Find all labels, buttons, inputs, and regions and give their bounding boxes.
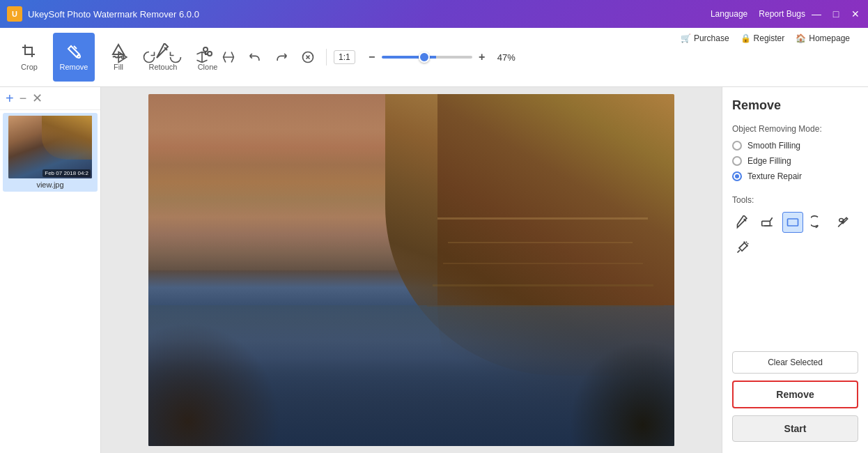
svg-rect-6 bbox=[788, 219, 798, 226]
right-panel: Remove Object Removing Mode: Smooth Fill… bbox=[722, 87, 868, 453]
toolbar-separator bbox=[326, 49, 327, 66]
file-date: Feb 07 2018 04:2 bbox=[42, 169, 91, 177]
clear-selected-button[interactable]: Clear Selected bbox=[732, 351, 858, 374]
flip-h-icon[interactable] bbox=[191, 46, 213, 68]
title-bar-actions: Language Report Bugs bbox=[711, 9, 805, 19]
maximize-button[interactable]: □ bbox=[830, 8, 842, 20]
edge-filling-option[interactable]: Edge Filling bbox=[732, 156, 858, 166]
crop-tool-button[interactable]: Crop bbox=[8, 33, 50, 82]
pencil-tool-icon[interactable] bbox=[732, 212, 753, 233]
editing-tools: 1:1 − + 47% bbox=[111, 46, 522, 68]
rotate-ccw-icon[interactable] bbox=[164, 46, 187, 68]
zoom-area: − + bbox=[365, 50, 489, 64]
edge-filling-label: Edge Filling bbox=[747, 156, 791, 166]
minimize-button[interactable]: — bbox=[811, 8, 822, 20]
texture-repair-radio[interactable] bbox=[732, 171, 742, 181]
window-controls: — □ ✕ bbox=[811, 8, 861, 20]
eraser-tool-icon[interactable] bbox=[757, 212, 778, 233]
edge-filling-radio[interactable] bbox=[732, 156, 742, 166]
brush-tool-icon[interactable] bbox=[832, 212, 853, 233]
close-button[interactable]: ✕ bbox=[850, 8, 861, 20]
start-button[interactable]: Start bbox=[732, 415, 858, 442]
top-toolbar: 🛒 Purchase 🔒 Register 🏠 Homepage Crop Re… bbox=[0, 28, 868, 87]
smooth-filling-radio[interactable] bbox=[732, 141, 742, 151]
homepage-button[interactable]: 🏠 Homepage bbox=[796, 33, 850, 43]
rectangle-tool-icon[interactable] bbox=[782, 212, 803, 233]
file-name-label: view.jpg bbox=[36, 181, 63, 189]
mode-radio-group: Smooth Filling Edge Filling Texture Repa… bbox=[732, 141, 858, 181]
smooth-filling-label: Smooth Filling bbox=[747, 141, 800, 151]
canvas-area[interactable] bbox=[101, 87, 722, 453]
file-panel: + − ✕ Feb 07 2018 04:2 view.jpg bbox=[0, 87, 101, 453]
svg-point-3 bbox=[121, 56, 123, 58]
zoom-in-button[interactable]: + bbox=[475, 50, 489, 64]
redo-icon[interactable] bbox=[270, 46, 293, 68]
close-file-button[interactable]: ✕ bbox=[32, 92, 42, 105]
move-tool-icon[interactable] bbox=[111, 46, 134, 68]
language-button[interactable]: Language bbox=[711, 9, 747, 19]
mode-section-label: Object Removing Mode: bbox=[732, 124, 858, 134]
report-bugs-button[interactable]: Report Bugs bbox=[759, 9, 805, 19]
app-logo: U bbox=[7, 6, 22, 22]
remove-file-button[interactable]: − bbox=[20, 92, 27, 105]
undo-icon[interactable] bbox=[244, 46, 266, 68]
remove-button[interactable]: Remove bbox=[732, 381, 858, 408]
file-thumbnail: Feb 07 2018 04:2 bbox=[8, 116, 92, 178]
app-title: UkeySoft Photo Watermark Remover 6.0.0 bbox=[28, 9, 711, 20]
add-file-button[interactable]: + bbox=[6, 91, 14, 105]
spacer bbox=[732, 269, 858, 351]
canvas-image bbox=[148, 94, 674, 446]
title-bar: U UkeySoft Photo Watermark Remover 6.0.0… bbox=[0, 0, 868, 28]
purchase-bar: 🛒 Purchase 🔒 Register 🏠 Homepage bbox=[681, 33, 850, 43]
zoom-out-button[interactable]: − bbox=[365, 50, 379, 64]
tools-section: Tools: bbox=[732, 195, 858, 258]
file-add-bar: + − ✕ bbox=[0, 87, 100, 110]
tools-row bbox=[732, 212, 858, 258]
purchase-button[interactable]: 🛒 Purchase bbox=[681, 33, 729, 43]
zoom-percent-label: 47% bbox=[497, 52, 522, 63]
tools-section-label: Tools: bbox=[732, 195, 858, 205]
svg-point-0 bbox=[77, 55, 80, 58]
file-list: Feb 07 2018 04:2 view.jpg bbox=[0, 110, 100, 453]
smooth-filling-option[interactable]: Smooth Filling bbox=[732, 141, 858, 151]
register-button[interactable]: 🔒 Register bbox=[741, 33, 785, 43]
rotate-cw-icon[interactable] bbox=[138, 46, 160, 68]
file-item[interactable]: Feb 07 2018 04:2 view.jpg bbox=[3, 113, 98, 192]
zoom-slider[interactable] bbox=[382, 56, 472, 59]
lasso-tool-icon[interactable] bbox=[807, 212, 828, 233]
magic-wand-tool-icon[interactable] bbox=[732, 237, 753, 258]
svg-rect-5 bbox=[762, 221, 770, 226]
remove-tool-button[interactable]: Remove bbox=[53, 33, 95, 82]
flip-v-icon[interactable] bbox=[217, 46, 240, 68]
panel-title: Remove bbox=[732, 98, 858, 113]
texture-repair-option[interactable]: Texture Repair bbox=[732, 171, 858, 181]
close-icon[interactable] bbox=[297, 46, 319, 68]
zoom-ratio-button[interactable]: 1:1 bbox=[334, 50, 355, 64]
main-area: + − ✕ Feb 07 2018 04:2 view.jpg bbox=[0, 87, 868, 453]
texture-repair-label: Texture Repair bbox=[747, 171, 802, 181]
